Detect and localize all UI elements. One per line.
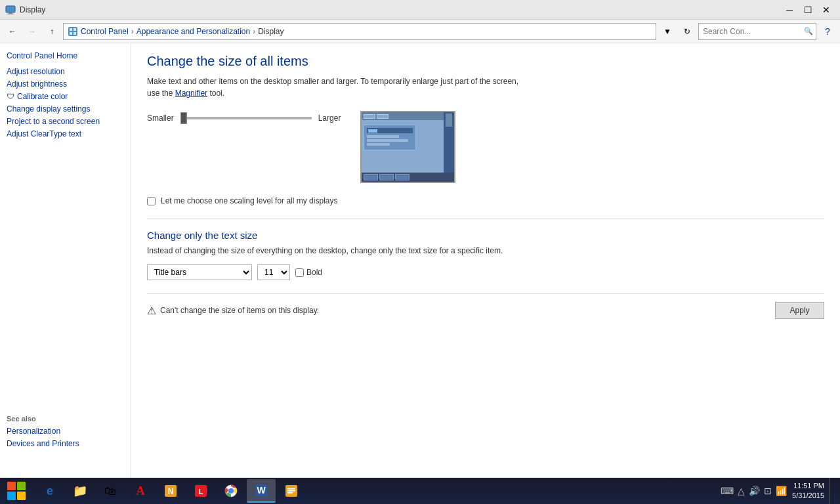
breadcrumb: Control Panel › Appearance and Personali… (63, 23, 656, 40)
preview-menu-item-2 (377, 114, 388, 119)
preview-menu-item (364, 114, 375, 119)
title-bar-controls: ─ ☐ ✕ (781, 1, 835, 18)
app8-icon (284, 484, 299, 498)
svg-point-14 (229, 489, 233, 493)
taskbar-chrome[interactable] (217, 479, 245, 503)
search-icon: 🔍 (804, 27, 813, 35)
forward-button[interactable]: → (24, 23, 41, 40)
apply-button[interactable]: Apply (775, 302, 824, 319)
calibrate-color-label: Calibrate color (17, 92, 68, 101)
taskbar-word[interactable]: W (247, 479, 276, 503)
clock-date: 5/31/2015 (792, 491, 824, 501)
magnifier-link[interactable]: Magnifier (175, 89, 207, 98)
size-slider[interactable] (180, 117, 312, 119)
clock[interactable]: 11:51 PM 5/31/2015 (792, 481, 824, 501)
personalization-label: Personalization (7, 427, 60, 436)
item-type-dropdown[interactable]: Title bars Menus Message boxes Palette t… (147, 264, 252, 280)
warning-icon: ⚠ (147, 304, 156, 317)
devices-printers-label: Devices and Printers (7, 439, 79, 448)
taskbar-explorer[interactable]: 📁 (66, 479, 94, 503)
maximize-button[interactable]: ☐ (799, 1, 816, 18)
page-title: Change the size of all items (147, 54, 824, 69)
clock-time: 11:51 PM (792, 481, 824, 491)
sidebar-home-link[interactable]: Control Panel Home (7, 51, 124, 60)
help-button[interactable]: ? (819, 23, 836, 40)
system-tray: ⌨ △ 🔊 ⊡ 📶 (721, 486, 787, 496)
slider-section: Smaller Larger (147, 111, 824, 183)
sidebar-item-adjust-brightness[interactable]: Adjust brightness (7, 79, 124, 89)
bold-checkbox[interactable] (295, 268, 304, 277)
bold-check-row: Bold (295, 268, 322, 277)
text-size-dropdown[interactable]: 6789 101112 1416 (257, 264, 290, 280)
taskbar-apps: e 📁 🛍 A N L (33, 479, 715, 503)
minimize-button[interactable]: ─ (781, 1, 798, 18)
keyboard-tray-icon[interactable]: ⌨ (721, 486, 734, 496)
text-size-desc: Instead of changing the size of everythi… (147, 246, 824, 255)
sidebar-item-adjust-resolution[interactable]: Adjust resolution (7, 67, 124, 76)
network-tray-icon[interactable]: ⊡ (764, 486, 772, 496)
sidebar-item-project-second-screen[interactable]: Project to a second screen (7, 117, 124, 126)
section-divider (147, 219, 824, 219)
display-icon (5, 5, 16, 15)
sidebar-links: Adjust resolution Adjust brightness 🛡 Ca… (7, 67, 124, 138)
see-also-section: See also Personalization Devices and Pri… (7, 406, 125, 452)
search-input[interactable] (703, 27, 801, 36)
nav-bar: ← → ↑ Control Panel › Appearance and Per… (0, 20, 840, 43)
chevron-tray-icon[interactable]: △ (738, 486, 745, 496)
show-desktop-button[interactable] (830, 478, 835, 504)
taskbar-app5[interactable]: N (156, 479, 185, 503)
explorer-icon: 📁 (73, 484, 87, 498)
preview-header (362, 112, 444, 120)
taskbar-lenovo[interactable]: L (186, 479, 215, 503)
svg-rect-6 (70, 32, 72, 35)
adjust-brightness-label: Adjust brightness (7, 79, 67, 89)
chrome-icon (224, 484, 238, 498)
preview-inner-titlebar (367, 128, 413, 133)
adjust-resolution-label: Adjust resolution (7, 67, 65, 76)
breadcrumb-display: Display (258, 27, 284, 36)
larger-label: Larger (318, 114, 341, 123)
windows-logo (7, 482, 26, 500)
close-button[interactable]: ✕ (818, 1, 835, 18)
taskbar-store[interactable]: 🛍 (96, 479, 125, 503)
breadcrumb-appearance[interactable]: Appearance and Personalization (136, 27, 250, 36)
svg-rect-1 (9, 12, 12, 14)
dropdown-button[interactable]: ▼ (659, 23, 676, 40)
wifi-tray-icon[interactable]: 📶 (776, 486, 787, 496)
warning-text: Can't change the size of items on this d… (160, 306, 319, 315)
taskbar-app8[interactable] (277, 479, 306, 503)
start-button[interactable] (0, 478, 33, 504)
description: Make text and other items on the desktop… (147, 75, 824, 99)
refresh-button[interactable]: ↻ (679, 23, 696, 40)
app5-icon: N (163, 484, 178, 498)
change-display-settings-label: Change display settings (7, 104, 90, 114)
text-size-controls: Title bars Menus Message boxes Palette t… (147, 264, 824, 280)
taskbar-ie[interactable]: e (35, 479, 64, 503)
breadcrumb-control-panel[interactable]: Control Panel (81, 27, 129, 36)
up-button[interactable]: ↑ (43, 23, 60, 40)
volume-tray-icon[interactable]: 🔊 (749, 486, 760, 496)
ie-icon: e (47, 484, 53, 498)
slider-inner: Smaller Larger (147, 114, 341, 123)
content-area: Change the size of all items Make text a… (131, 43, 840, 478)
svg-rect-5 (74, 28, 76, 31)
taskbar-adobe[interactable]: A (126, 479, 155, 503)
scaling-checkbox-label: Let me choose one scaling level for all … (161, 196, 337, 205)
slider-wrapper: Smaller Larger (147, 111, 341, 123)
sidebar-item-change-display-settings[interactable]: Change display settings (7, 104, 124, 114)
sidebar-item-adjust-cleartype[interactable]: Adjust ClearType text (7, 129, 124, 138)
svg-rect-18 (287, 488, 295, 490)
sidebar-item-personalization[interactable]: Personalization (7, 427, 125, 436)
lenovo-icon: L (194, 484, 208, 498)
display-preview (360, 111, 455, 183)
warning-message: ⚠ Can't change the size of items on this… (147, 304, 319, 317)
scaling-checkbox[interactable] (147, 197, 156, 205)
sidebar-item-devices-printers[interactable]: Devices and Printers (7, 439, 125, 448)
title-bar: Display ─ ☐ ✕ (0, 0, 840, 20)
see-also-title: See also (7, 415, 125, 423)
window-title: Display (20, 5, 45, 14)
sidebar-item-calibrate-color[interactable]: 🛡 Calibrate color (7, 92, 124, 101)
preview-taskbar (362, 173, 454, 182)
back-button[interactable]: ← (4, 23, 21, 40)
preview-inner-window (364, 125, 416, 150)
